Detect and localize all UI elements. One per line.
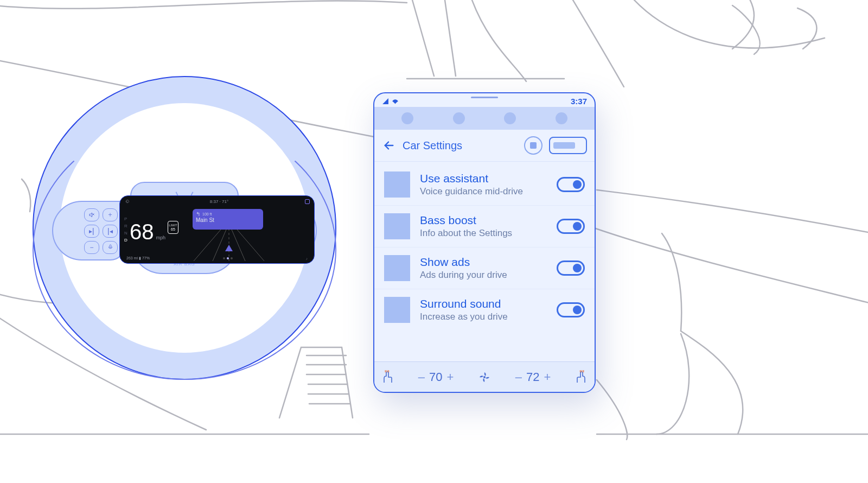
mute-button[interactable]	[84, 208, 99, 221]
setting-subtitle: Voice guidance mid-drive	[420, 186, 547, 197]
header-action-icon-button[interactable]	[524, 136, 542, 155]
setting-icon	[384, 213, 410, 239]
setting-icon	[384, 171, 410, 198]
nav-direction-card: ↰100 ft Main St	[193, 209, 263, 230]
setting-toggle[interactable]	[557, 260, 585, 276]
setting-title: Show ads	[420, 256, 547, 269]
setting-row[interactable]: Use assistant Voice guidance mid-drive	[374, 164, 595, 206]
fan-icon[interactable]	[478, 371, 491, 384]
vol-up-button[interactable]: ＋	[103, 208, 118, 221]
right-temp-control: – 72 +	[515, 370, 551, 384]
setting-toggle[interactable]	[557, 177, 585, 192]
left-temp-control: – 70 +	[418, 370, 454, 384]
setting-row[interactable]: Show ads Ads during your drive	[374, 247, 595, 289]
vol-down-button[interactable]: −	[84, 241, 99, 254]
temp-minus-button[interactable]: –	[515, 370, 522, 384]
setting-row[interactable]: Bass boost Info about the Settings	[374, 206, 595, 247]
svg-point-3	[483, 376, 486, 378]
cluster-top-right-icons	[305, 199, 310, 204]
wifi-icon	[391, 98, 399, 105]
app-tab-strip	[374, 107, 595, 130]
setting-title: Use assistant	[420, 172, 547, 185]
setting-subtitle: Ads during your drive	[420, 270, 547, 281]
setting-subtitle: Increase as you drive	[420, 312, 547, 322]
speed-limit-badge: LIMIT 65	[168, 221, 178, 234]
steering-wheel: ＋ ▸ǀ ǀ◂ − ▭ ☰ ✓ ⊞ ← → AIR BAG ⏲ 8:37 · 7…	[33, 76, 336, 380]
tab-dot[interactable]	[401, 112, 413, 124]
cluster-time-temp: 8:37 · 71°	[210, 199, 228, 204]
nav-arrow-icon	[225, 245, 233, 251]
tab-dot[interactable]	[556, 112, 567, 124]
hvac-bar: – 70 + – 72 +	[374, 361, 595, 392]
cluster-status-icons: ⏲	[125, 199, 130, 204]
clock: 3:37	[571, 97, 587, 106]
setting-icon	[384, 255, 410, 281]
settings-list: Use assistant Voice guidance mid-drive B…	[374, 162, 595, 333]
temp-minus-button[interactable]: –	[418, 370, 425, 384]
media-mini: ♪	[305, 257, 308, 260]
page-title: Car Settings	[403, 139, 518, 152]
status-bar: 3:37	[374, 93, 595, 107]
temp-plus-button[interactable]: +	[544, 370, 551, 384]
left-temp-value: 70	[429, 370, 442, 384]
right-temp-value: 72	[526, 370, 539, 384]
temp-plus-button[interactable]: +	[446, 370, 454, 384]
signal-icon	[382, 98, 389, 105]
setting-title: Bass boost	[420, 214, 547, 227]
voice-button[interactable]	[103, 241, 118, 254]
instrument-cluster: ⏲ 8:37 · 71° P R N D 68 mph LIMIT 65 ↰10…	[119, 195, 315, 264]
setting-title: Surround sound	[420, 297, 547, 310]
center-display: 3:37 Car Settings Use assistant Voice gu…	[373, 92, 596, 393]
seat-heat-left-icon[interactable]	[381, 370, 394, 384]
play-pause-button[interactable]: ▸ǀ	[84, 225, 99, 238]
setting-row[interactable]: Surround sound Increase as you drive	[374, 289, 595, 331]
setting-subtitle: Info about the Settings	[420, 228, 547, 239]
setting-icon	[384, 297, 410, 323]
speedometer: 68 mph	[130, 220, 165, 244]
page-header: Car Settings	[374, 130, 595, 162]
header-action-pill-button[interactable]	[549, 137, 587, 154]
gear-indicator: P R N D	[124, 215, 127, 244]
steering-left-controls: ＋ ▸ǀ ǀ◂ −	[52, 201, 125, 260]
cluster-page-dots	[223, 257, 233, 259]
prev-track-button[interactable]: ǀ◂	[103, 225, 118, 238]
seat-heat-right-icon[interactable]	[575, 370, 588, 384]
tab-dot[interactable]	[453, 112, 465, 124]
setting-toggle[interactable]	[557, 219, 585, 234]
setting-toggle[interactable]	[557, 302, 585, 317]
tab-dot[interactable]	[504, 112, 516, 124]
range-readout: 263 mi ▮ 77%	[126, 256, 150, 260]
back-arrow-button[interactable]	[382, 138, 396, 152]
